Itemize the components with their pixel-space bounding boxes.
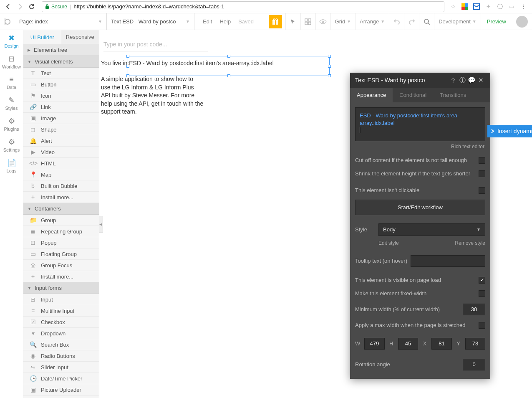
grid-dropdown[interactable]: Grid▼ bbox=[330, 13, 355, 30]
input-radio-buttons[interactable]: ◉Radio Buttons bbox=[23, 350, 99, 362]
help-link[interactable]: Help bbox=[219, 18, 231, 25]
remove-style-link[interactable]: Remove style bbox=[455, 240, 485, 246]
shrink-checkbox[interactable] bbox=[479, 170, 485, 177]
edit-link[interactable]: Edit bbox=[203, 18, 212, 25]
input-checkbox[interactable]: ☑Checkbox bbox=[23, 317, 99, 328]
ext-icon-5[interactable]: ▭ bbox=[508, 3, 515, 10]
tooltip-input[interactable] bbox=[411, 255, 485, 267]
url-bar[interactable]: Secure | https://bubble.is/page?name=ind… bbox=[42, 1, 444, 12]
search-button[interactable] bbox=[419, 13, 434, 30]
input-dropdown[interactable]: ▾Dropdown bbox=[23, 328, 99, 339]
back-button[interactable] bbox=[3, 2, 13, 12]
visual-image[interactable]: ▣Image bbox=[23, 113, 99, 124]
cutoff-checkbox[interactable] bbox=[479, 157, 485, 164]
input-multiline-input[interactable]: ≡Multiline Input bbox=[23, 305, 99, 317]
forward-button[interactable] bbox=[15, 2, 25, 12]
menu-icon[interactable]: ⋮ bbox=[519, 3, 527, 10]
visual-install-more[interactable]: ＋Install more... bbox=[23, 192, 99, 203]
input-picture-uploader[interactable]: ▣Picture Uploader bbox=[23, 384, 99, 395]
container-repeating-group[interactable]: ≣Repeating Group bbox=[23, 226, 99, 237]
bubble-logo[interactable] bbox=[0, 13, 15, 30]
pointer-tool[interactable] bbox=[285, 13, 300, 30]
panel-collapse-handle[interactable]: ◀ bbox=[99, 216, 103, 233]
visual-map[interactable]: 📍Map bbox=[23, 169, 99, 180]
undo-button[interactable] bbox=[389, 13, 404, 30]
info-icon[interactable]: ⓘ bbox=[458, 76, 467, 84]
page-dropdown[interactable]: Page: index ▼ bbox=[15, 13, 107, 30]
input-date-time-picker[interactable]: 🕒Date/Time Picker bbox=[23, 373, 99, 384]
rich-text-link[interactable]: Rich text editor bbox=[355, 141, 485, 154]
visual-icon[interactable]: ⚑Icon bbox=[23, 90, 99, 101]
ext-icon-1[interactable] bbox=[461, 3, 469, 10]
svg-rect-1 bbox=[461, 7, 465, 10]
comment-icon[interactable]: 💬 bbox=[467, 76, 476, 84]
workflow-button[interactable]: Start/Edit workflow bbox=[355, 200, 485, 215]
element-dropdown[interactable]: Text ESD - Ward by postco ▼ bbox=[107, 13, 194, 30]
visual-elements-header[interactable]: ▼Visual elements bbox=[23, 56, 99, 68]
svg-rect-0 bbox=[45, 6, 49, 9]
max-width-checkbox[interactable] bbox=[479, 322, 485, 329]
container-floating-group[interactable]: ▭Floating Group bbox=[23, 248, 99, 260]
close-icon[interactable]: ✕ bbox=[476, 76, 485, 84]
container-group[interactable]: 📁Group bbox=[23, 215, 99, 226]
visual-text[interactable]: TText bbox=[23, 68, 99, 79]
input-forms-header[interactable]: ▼Input forms bbox=[23, 282, 99, 294]
rail-logs[interactable]: 📄Logs bbox=[0, 155, 23, 176]
container-group-focus[interactable]: ◎Group Focus bbox=[23, 260, 99, 271]
tab-responsive[interactable]: Responsive bbox=[61, 30, 99, 44]
visual-video[interactable]: ▶Video bbox=[23, 147, 99, 158]
ext-icon-4[interactable]: ⓘ bbox=[496, 3, 504, 10]
y-input[interactable]: 73 bbox=[465, 338, 485, 350]
environment-dropdown[interactable]: Development▼ bbox=[434, 13, 481, 30]
help-icon[interactable]: ? bbox=[449, 77, 458, 84]
visual-built-on-bubble[interactable]: bBuilt on Bubble bbox=[23, 180, 99, 192]
reload-button[interactable] bbox=[27, 2, 37, 12]
text-content-editor[interactable]: ESD - Ward by postcode:first item's area… bbox=[355, 107, 485, 141]
tab-ui-builder[interactable]: UI Builder bbox=[23, 30, 61, 44]
arrange-dropdown[interactable]: Arrange▼ bbox=[355, 13, 389, 30]
visible-checkbox[interactable]: ✓ bbox=[479, 277, 485, 284]
visual-link[interactable]: 🔗Link bbox=[23, 101, 99, 113]
clickable-checkbox[interactable] bbox=[479, 187, 485, 194]
rail-styles[interactable]: ✎Styles bbox=[0, 92, 23, 113]
edit-style-link[interactable]: Edit style bbox=[378, 240, 399, 246]
rail-plugins[interactable]: ⚙Plugins bbox=[0, 113, 23, 134]
rail-workflow[interactable]: ⊟Workflow bbox=[0, 51, 23, 72]
rail-settings[interactable]: ⚙Settings bbox=[0, 134, 23, 155]
elements-tree-header[interactable]: ▶Elements tree bbox=[23, 44, 99, 56]
gift-button[interactable] bbox=[269, 15, 282, 28]
visual-html[interactable]: </>HTML bbox=[23, 158, 99, 169]
input-search-box[interactable]: 🔍Search Box bbox=[23, 339, 99, 350]
tab-conditional[interactable]: Conditional bbox=[393, 88, 433, 102]
element-label: Checkbox bbox=[41, 319, 65, 325]
width-input[interactable]: 479 bbox=[364, 338, 384, 350]
container-install-more[interactable]: ＋Install more... bbox=[23, 271, 99, 282]
ext-icon-3[interactable]: ✦ bbox=[484, 3, 492, 10]
containers-header[interactable]: ▼Containers bbox=[23, 203, 99, 215]
grid-tool[interactable] bbox=[300, 13, 315, 30]
visual-button[interactable]: ▭Button bbox=[23, 79, 99, 90]
input-slider-input[interactable]: ⇋Slider Input bbox=[23, 362, 99, 373]
tab-transitions[interactable]: Transitions bbox=[433, 88, 473, 102]
fixed-width-checkbox[interactable] bbox=[479, 290, 485, 297]
insert-dynamic-button[interactable]: Insert dynamic bbox=[487, 125, 532, 137]
chevron-down-icon: ▼ bbox=[98, 19, 102, 24]
min-width-input[interactable]: 30 bbox=[463, 304, 485, 315]
rail-design[interactable]: ✖Design bbox=[0, 30, 23, 51]
container-popup[interactable]: ⊡Popup bbox=[23, 237, 99, 248]
tab-appearance[interactable]: Appearance bbox=[350, 88, 393, 102]
ext-icon-2[interactable] bbox=[473, 3, 480, 10]
style-dropdown[interactable]: Body▼ bbox=[378, 223, 485, 236]
preview-eye-icon[interactable] bbox=[315, 13, 330, 30]
visual-shape[interactable]: ◻Shape bbox=[23, 124, 99, 135]
redo-button[interactable] bbox=[404, 13, 419, 30]
rotation-input[interactable]: 0 bbox=[463, 359, 485, 370]
rail-data[interactable]: ≡Data bbox=[0, 72, 23, 92]
star-icon[interactable]: ☆ bbox=[449, 3, 457, 10]
visual-alert[interactable]: 🔔Alert bbox=[23, 135, 99, 147]
x-input[interactable]: 81 bbox=[431, 338, 451, 350]
height-input[interactable]: 45 bbox=[398, 338, 418, 350]
avatar[interactable] bbox=[516, 16, 528, 28]
input-input[interactable]: ⊟Input bbox=[23, 294, 99, 305]
preview-button[interactable]: Preview bbox=[481, 13, 512, 30]
